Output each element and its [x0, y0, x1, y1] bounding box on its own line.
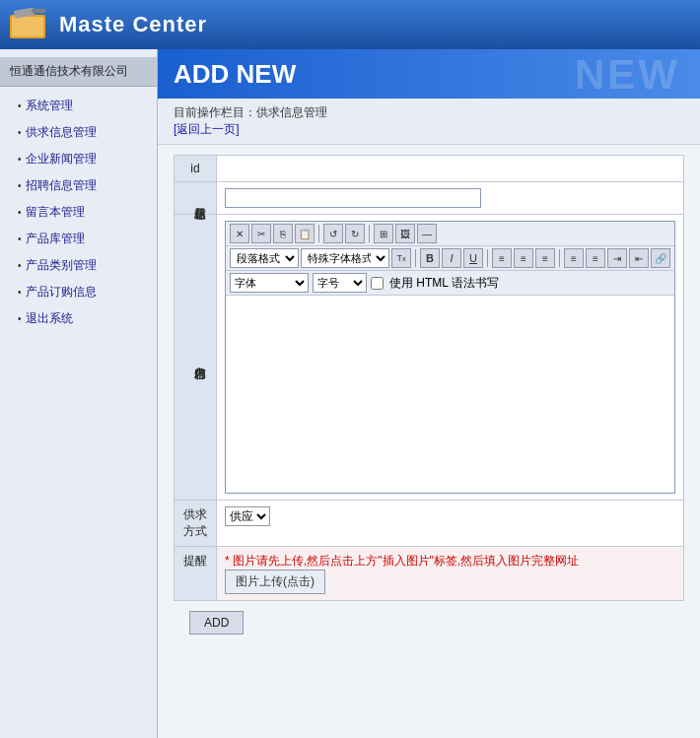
warning-cell: * 图片请先上传,然后点击上方"插入图片"标签,然后填入图片完整网址 图片上传(… — [217, 547, 684, 601]
bullet-icon: • — [18, 260, 22, 271]
bullet-icon: • — [18, 313, 22, 324]
toolbar-list-ul-btn[interactable]: ≡ — [564, 248, 584, 268]
html-syntax-label[interactable]: 使用 HTML 语法书写 — [371, 275, 499, 292]
sidebar-item-label: 产品订购信息 — [26, 284, 97, 301]
warning-label: 提醒 — [175, 547, 217, 601]
toolbar-close-btn[interactable]: ✕ — [230, 224, 249, 243]
toolbar-sep4 — [487, 249, 488, 267]
sidebar-item-label: 企业新闻管理 — [26, 151, 97, 168]
toolbar-undo-btn[interactable]: ↺ — [323, 224, 343, 243]
editor-body[interactable] — [226, 296, 674, 493]
supply-method-row: 供求方式 供应 需求 — [175, 501, 684, 547]
form-table: id 信息标题 信息内容 — [174, 155, 684, 601]
info-title-input[interactable] — [225, 188, 481, 208]
info-title-cell — [217, 182, 684, 215]
editor-toolbar-row1: ✕ ✂ ⎘ 📋 ↺ ↻ ⊞ 🖼 — — [226, 222, 674, 246]
id-row: id — [175, 156, 684, 182]
toolbar-align-right-btn[interactable]: ≡ — [535, 248, 555, 268]
sidebar-item-label: 系统管理 — [26, 98, 73, 114]
info-content-label: 信息内容 — [175, 215, 217, 501]
editor-toolbar-row3: 字体 字号 使用 HTML 语法书写 — [226, 271, 674, 296]
add-button[interactable]: ADD — [189, 611, 244, 635]
id-label: id — [175, 156, 217, 182]
sidebar-item-label: 留言本管理 — [26, 204, 85, 221]
bullet-icon: • — [18, 180, 22, 191]
info-title-row: 信息标题 — [175, 182, 684, 215]
sidebar-item-order[interactable]: • 产品订购信息 — [0, 279, 157, 305]
editor-toolbar-row2: 段落格式 特殊字体格式 Tx B I U — [226, 246, 674, 271]
sidebar-item-supply[interactable]: • 供求信息管理 — [0, 119, 157, 146]
app-header: Maste Center — [0, 0, 700, 49]
bullet-icon: • — [18, 234, 22, 244]
paragraph-select[interactable]: 段落格式 — [230, 248, 299, 268]
supply-method-cell: 供应 需求 — [217, 501, 684, 547]
sidebar-item-label: 招聘信息管理 — [26, 177, 97, 194]
upload-button[interactable]: 图片上传(点击) — [225, 570, 325, 594]
sidebar-company: 恒通通信技术有限公司 — [0, 57, 157, 87]
sidebar-item-label: 产品类别管理 — [26, 257, 97, 274]
toolbar-underline-btn[interactable]: U — [463, 248, 483, 268]
bullet-icon: • — [18, 127, 22, 138]
editor-container: ✕ ✂ ⎘ 📋 ↺ ↻ ⊞ 🖼 — — [225, 221, 675, 494]
content-area: ADD NEW NEW 目前操作栏目：供求信息管理 [返回上一页] id 信息标… — [158, 49, 700, 738]
sidebar-item-logout[interactable]: • 退出系统 — [0, 305, 157, 332]
sidebar-item-product[interactable]: • 产品库管理 — [0, 226, 157, 252]
font-family-select[interactable]: 字体 — [230, 273, 309, 293]
page-bg-text: NEW — [575, 51, 680, 99]
font-size-select[interactable]: 字号 — [313, 273, 367, 293]
special-font-select[interactable]: 特殊字体格式 — [301, 248, 389, 268]
toolbar-indent-btn[interactable]: ⇥ — [607, 248, 627, 268]
sidebar-item-product-category[interactable]: • 产品类别管理 — [0, 252, 157, 279]
app-logo-icon — [10, 7, 49, 42]
sidebar-item-system[interactable]: • 系统管理 — [0, 93, 157, 119]
toolbar-sep2 — [369, 225, 370, 242]
toolbar-copy-btn[interactable]: ⎘ — [273, 224, 293, 243]
bullet-icon: • — [18, 101, 22, 111]
toolbar-sep5 — [559, 249, 560, 267]
warning-row: 提醒 * 图片请先上传,然后点击上方"插入图片"标签,然后填入图片完整网址 图片… — [175, 547, 684, 601]
info-content-row: 信息内容 ✕ ✂ ⎘ 📋 ↺ ↻ — [175, 215, 684, 501]
page-header: ADD NEW NEW — [158, 49, 700, 99]
supply-method-label: 供求方式 — [175, 501, 217, 547]
html-syntax-text: 使用 HTML 语法书写 — [389, 275, 499, 292]
toolbar-align-center-btn[interactable]: ≡ — [514, 248, 533, 268]
info-content-cell: ✕ ✂ ⎘ 📋 ↺ ↻ ⊞ 🖼 — — [217, 215, 684, 501]
toolbar-cut-btn[interactable]: ✂ — [251, 224, 271, 243]
bullet-icon: • — [18, 154, 22, 165]
back-link[interactable]: [返回上一页] — [174, 122, 240, 136]
breadcrumb-bar: 目前操作栏目：供求信息管理 [返回上一页] — [158, 99, 700, 145]
toolbar-bold-btn[interactable]: B — [420, 248, 440, 268]
html-syntax-checkbox[interactable] — [371, 277, 384, 290]
toolbar-table-btn[interactable]: ⊞ — [374, 224, 393, 243]
page-title: ADD NEW — [174, 59, 296, 90]
toolbar-paste-btn[interactable]: 📋 — [295, 224, 315, 243]
sidebar-item-news[interactable]: • 企业新闻管理 — [0, 146, 157, 172]
sidebar-item-guestbook[interactable]: • 留言本管理 — [0, 199, 157, 226]
toolbar-img-btn[interactable]: 🖼 — [395, 224, 415, 243]
svg-rect-1 — [12, 17, 43, 36]
breadcrumb-text: 目前操作栏目：供求信息管理 — [174, 105, 327, 119]
form-area: id 信息标题 信息内容 — [158, 145, 700, 654]
svg-rect-3 — [32, 9, 45, 13]
toolbar-italic-btn[interactable]: I — [442, 248, 461, 268]
sidebar: 恒通通信技术有限公司 • 系统管理 • 供求信息管理 • 企业新闻管理 • 招聘… — [0, 49, 158, 738]
toolbar-sep3 — [415, 249, 416, 267]
toolbar-redo-btn[interactable]: ↻ — [345, 224, 365, 243]
main-layout: 恒通通信技术有限公司 • 系统管理 • 供求信息管理 • 企业新闻管理 • 招聘… — [0, 49, 700, 738]
toolbar-hr-btn[interactable]: — — [417, 224, 437, 243]
warning-text: * 图片请先上传,然后点击上方"插入图片"标签,然后填入图片完整网址 — [225, 554, 579, 568]
sidebar-item-label: 供求信息管理 — [26, 124, 97, 141]
supply-method-select[interactable]: 供应 需求 — [225, 506, 270, 526]
toolbar-sep1 — [318, 225, 319, 242]
sidebar-item-label: 产品库管理 — [26, 231, 85, 247]
sidebar-item-label: 退出系统 — [26, 310, 73, 327]
toolbar-list-ol-btn[interactable]: ≡ — [586, 248, 605, 268]
toolbar-align-left-btn[interactable]: ≡ — [492, 248, 512, 268]
bullet-icon: • — [18, 207, 22, 218]
sidebar-item-recruit[interactable]: • 招聘信息管理 — [0, 172, 157, 199]
toolbar-link-btn[interactable]: 🔗 — [651, 248, 670, 268]
toolbar-outdent-btn[interactable]: ⇤ — [629, 248, 649, 268]
toolbar-tx-btn[interactable]: Tx — [391, 248, 411, 268]
info-title-label: 信息标题 — [175, 182, 217, 215]
bullet-icon: • — [18, 287, 22, 298]
